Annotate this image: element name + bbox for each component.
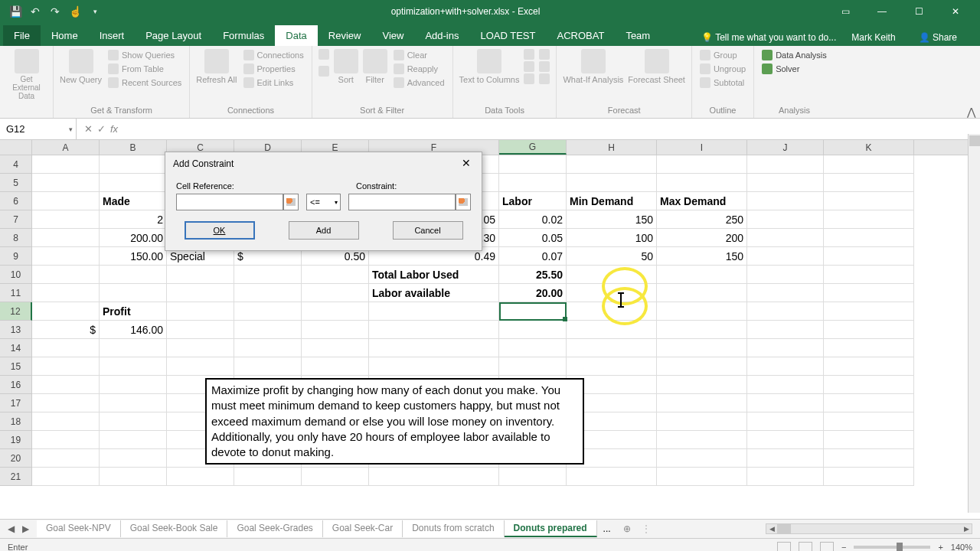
cell-G5[interactable] <box>499 174 567 192</box>
cell-G4[interactable] <box>499 155 567 174</box>
cell-G21[interactable] <box>499 468 567 486</box>
refresh-all-button[interactable]: Refresh All <box>196 49 237 84</box>
cell-I9[interactable]: 150 <box>657 247 747 266</box>
recent-sources-button[interactable]: Recent Sources <box>106 77 183 89</box>
cell-G9[interactable]: 0.07 <box>499 247 567 266</box>
row-header-7[interactable]: 7 <box>0 210 32 229</box>
zoom-out-icon[interactable]: − <box>841 543 846 552</box>
cell-I13[interactable] <box>657 321 747 339</box>
cell-A5[interactable] <box>32 174 100 192</box>
tab-addins[interactable]: Add-ins <box>414 25 469 46</box>
remove-dup-icon[interactable] <box>524 61 534 72</box>
cell-B8[interactable]: 200.00 <box>100 229 167 247</box>
constraint-input[interactable] <box>348 194 456 210</box>
cell-H12[interactable] <box>567 302 657 321</box>
cell-E13[interactable] <box>302 321 369 339</box>
cell-F12[interactable] <box>369 302 499 321</box>
cell-H4[interactable] <box>567 155 657 174</box>
sheet-tab[interactable]: Goal Seek-Grades <box>227 520 322 537</box>
cell-E15[interactable] <box>302 357 369 376</box>
cell-A21[interactable] <box>32 468 100 486</box>
cell-J11[interactable] <box>747 284 824 302</box>
cell-reference-input[interactable] <box>176 194 283 210</box>
data-model-icon[interactable] <box>539 73 550 84</box>
ok-button[interactable]: OK <box>185 221 255 240</box>
cell-J5[interactable] <box>747 174 824 192</box>
operator-select[interactable]: <= <box>306 194 341 210</box>
cell-B10[interactable] <box>100 266 167 284</box>
normal-view-icon[interactable] <box>777 542 791 552</box>
more-tabs-button[interactable]: ... <box>597 521 617 536</box>
cell-C10[interactable] <box>167 266 234 284</box>
cell-B7[interactable]: 2 <box>100 210 167 229</box>
cell-A15[interactable] <box>32 357 100 376</box>
user-name[interactable]: Mark Keith <box>851 32 895 43</box>
cell-F21[interactable] <box>369 468 499 486</box>
cell-G15[interactable] <box>499 357 567 376</box>
tab-loadtest[interactable]: LOAD TEST <box>469 25 546 46</box>
cell-H15[interactable] <box>567 357 657 376</box>
cell-D13[interactable] <box>234 321 302 339</box>
cell-K16[interactable] <box>824 376 914 394</box>
cell-E10[interactable] <box>302 266 369 284</box>
redo-icon[interactable]: ↷ <box>49 5 61 18</box>
enter-formula-icon[interactable]: ✓ <box>97 123 106 135</box>
cell-K15[interactable] <box>824 357 914 376</box>
tell-me[interactable]: 💡 Tell me what you want to do... <box>701 32 836 43</box>
cell-J16[interactable] <box>747 376 824 394</box>
cell-K21[interactable] <box>824 468 914 486</box>
page-break-view-icon[interactable] <box>820 542 834 552</box>
cell-E21[interactable] <box>302 468 369 486</box>
cell-H21[interactable] <box>567 468 657 486</box>
cell-I16[interactable] <box>657 376 747 394</box>
cell-H13[interactable] <box>567 321 657 339</box>
cell-reference-picker-button[interactable] <box>283 194 299 210</box>
row-header-8[interactable]: 8 <box>0 229 32 247</box>
cell-K4[interactable] <box>824 155 914 174</box>
column-header-I[interactable]: I <box>657 140 747 155</box>
sort-az-icon[interactable] <box>318 49 329 60</box>
row-header-20[interactable]: 20 <box>0 449 32 468</box>
cell-H10[interactable] <box>567 266 657 284</box>
row-header-17[interactable]: 17 <box>0 394 32 412</box>
cell-B21[interactable] <box>100 468 167 486</box>
ungroup-button[interactable]: Ungroup <box>698 63 747 75</box>
cell-H6[interactable]: Min Demand <box>567 192 657 210</box>
add-sheet-button[interactable]: ⊕ <box>617 521 637 536</box>
column-header-B[interactable]: B <box>100 140 167 155</box>
zoom-in-icon[interactable]: + <box>938 543 942 552</box>
spreadsheet-grid[interactable]: ABCDEFGHIJK 456Madefit per donutLaborMin… <box>0 140 980 519</box>
tab-page-layout[interactable]: Page Layout <box>135 25 212 46</box>
cell-K6[interactable] <box>824 192 914 210</box>
tab-insert[interactable]: Insert <box>89 25 136 46</box>
tab-nav-left-icon[interactable]: ◀ <box>8 523 15 534</box>
consolidate-icon[interactable] <box>539 49 550 60</box>
qat-dropdown-icon[interactable]: ▾ <box>89 5 101 18</box>
undo-icon[interactable]: ↶ <box>29 5 41 18</box>
tab-file[interactable]: File <box>3 25 41 46</box>
cell-C13[interactable] <box>167 321 234 339</box>
connections-button[interactable]: Connections <box>242 49 305 61</box>
cell-J20[interactable] <box>747 449 824 468</box>
horizontal-scrollbar[interactable]: ◀▶ <box>766 523 972 534</box>
cell-B16[interactable] <box>100 376 167 394</box>
cell-K20[interactable] <box>824 449 914 468</box>
cell-K8[interactable] <box>824 229 914 247</box>
data-analysis-button[interactable]: Data Analysis <box>760 49 828 61</box>
maximize-icon[interactable]: ☐ <box>903 4 934 19</box>
cell-A7[interactable] <box>32 210 100 229</box>
share-button[interactable]: 👤 Share <box>911 29 965 46</box>
cell-J15[interactable] <box>747 357 824 376</box>
vertical-scrollbar[interactable] <box>968 134 980 513</box>
zoom-level[interactable]: 140% <box>951 543 972 552</box>
cell-D11[interactable] <box>234 284 302 302</box>
cell-D14[interactable] <box>234 339 302 357</box>
cell-H11[interactable] <box>567 284 657 302</box>
column-header-J[interactable]: J <box>747 140 824 155</box>
cell-K12[interactable] <box>824 302 914 321</box>
cell-F13[interactable] <box>369 321 499 339</box>
cell-A18[interactable] <box>32 412 100 431</box>
cell-B9[interactable]: 150.00 <box>100 247 167 266</box>
tab-data[interactable]: Data <box>275 25 317 46</box>
zoom-slider[interactable] <box>854 546 930 549</box>
